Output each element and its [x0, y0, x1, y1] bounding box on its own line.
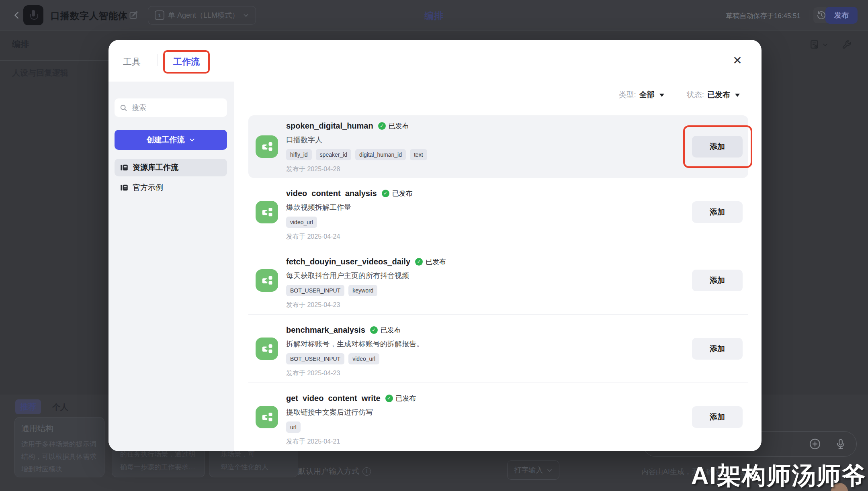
workflow-icon	[256, 135, 278, 158]
workflow-description: 口播数字人	[286, 135, 612, 144]
chevron-down-icon	[547, 467, 553, 473]
status-filter[interactable]: 状态: 已发布	[687, 90, 740, 100]
autosave-status: 草稿自动保存于16:45:51	[726, 11, 800, 20]
workflow-status-badge: ✓ 已发布	[378, 121, 409, 131]
check-icon: ✓	[370, 326, 378, 334]
workflow-publish-date: 发布于 2025-04-24	[286, 233, 612, 241]
card-title: 通用结构	[21, 423, 98, 434]
watermark: AI架构师汤师爷	[691, 460, 866, 491]
workflow-status-badge: ✓ 已发布	[385, 394, 416, 403]
persona-section-label: 人设与回复逻辑	[12, 68, 68, 78]
create-workflow-label: 创建工作流	[147, 135, 185, 145]
search-icon	[119, 104, 128, 112]
add-workflow-button[interactable]: 添加	[692, 270, 743, 291]
add-workflow-button[interactable]: 添加	[692, 136, 743, 158]
workflow-name: fetch_douyin_user_videos_daily	[286, 257, 410, 266]
tab-workflow[interactable]: 工作流	[173, 56, 200, 68]
workflow-row: spoken_digital_human ✓ 已发布 口播数字人 hifly_i…	[248, 115, 748, 178]
workflow-icon	[256, 338, 278, 360]
workflow-name: video_content_analysis	[286, 189, 377, 198]
workflow-tag: video_url	[348, 353, 379, 364]
workflow-row: video_content_analysis ✓ 已发布 爆款视频拆解工作量 v…	[248, 178, 748, 246]
workflow-tag: url	[286, 421, 301, 433]
publish-button[interactable]: 发布	[825, 7, 858, 24]
filter-label: 状态:	[687, 90, 704, 100]
template-card-general[interactable]: 通用结构 适用于多种场景的提示词结构，可以根据具体需求增删对应模块	[14, 417, 104, 477]
add-workflow-button[interactable]: 添加	[692, 201, 743, 223]
tab-tools[interactable]: 工具	[123, 56, 141, 68]
add-attachment-icon[interactable]	[809, 438, 821, 450]
card-description: 的任务执行场景，通过明 确每一步骤的工作要求…	[120, 448, 195, 474]
input-method-select[interactable]: 打字输入	[507, 460, 559, 480]
tab-personal[interactable]: 个人	[52, 402, 68, 413]
preview-settings-button[interactable]	[809, 39, 828, 50]
workflow-status-badge: ✓ 已发布	[370, 325, 401, 335]
filter-value: 已发布	[707, 90, 730, 100]
card-description: 适用于多种场景的提示词结构，可以根据具体需求增删对应模块	[21, 438, 98, 475]
workflow-tags: video_url	[286, 217, 612, 228]
workflow-tag: BOT_USER_INPUT	[286, 285, 344, 296]
workflow-info: get_video_content_write ✓ 已发布 提取链接中文案后进行…	[286, 393, 612, 446]
workflow-name: get_video_content_write	[286, 394, 381, 403]
workflow-info: fetch_douyin_user_videos_daily ✓ 已发布 每天获…	[286, 257, 612, 309]
workflow-tags: BOT_USER_INPUTvideo_url	[286, 353, 612, 364]
type-filter[interactable]: 类型: 全部	[618, 90, 664, 100]
workflow-description: 爆款视频拆解工作量	[286, 203, 612, 211]
workflow-tag: video_url	[286, 217, 317, 228]
workflow-info: spoken_digital_human ✓ 已发布 口播数字人 hifly_i…	[286, 121, 612, 174]
tab-recommended[interactable]: 推荐	[15, 399, 41, 414]
workflow-publish-date: 发布于 2025-04-23	[286, 369, 612, 378]
divider	[828, 439, 828, 449]
input-method-value: 打字输入	[514, 465, 543, 475]
add-workflow-button[interactable]: 添加	[692, 338, 743, 360]
workflow-status-badge: ✓ 已发布	[415, 257, 446, 266]
modal-sidebar: 创建工作流 资源库工作流 官方示例	[108, 82, 234, 451]
check-icon: ✓	[385, 395, 393, 402]
workflow-filters: 类型: 全部 状态: 已发布	[618, 90, 740, 100]
workflow-status: 已发布	[389, 121, 409, 131]
library-icon	[120, 183, 129, 192]
search-input[interactable]	[131, 103, 222, 113]
annotation-box-workflow-tab: 工作流	[163, 50, 210, 74]
divider	[158, 54, 158, 66]
workflow-tags: url	[286, 421, 612, 433]
workflow-status: 已发布	[381, 325, 401, 335]
workflow-status: 已发布	[392, 189, 413, 198]
workflow-tag: digital_human_id	[355, 149, 406, 160]
workflow-status: 已发布	[396, 394, 416, 403]
sidebar-item-label: 资源库工作流	[133, 162, 178, 173]
add-workflow-button[interactable]: 添加	[692, 406, 743, 428]
microphone-icon[interactable]	[835, 438, 847, 450]
workflow-tags: hifly_idspeaker_iddigital_human_idtext	[286, 149, 612, 160]
workflow-search[interactable]	[115, 98, 227, 117]
workflow-list: spoken_digital_human ✓ 已发布 口播数字人 hifly_i…	[248, 115, 748, 451]
default-input-method-label: 默认用户输入方式 i	[298, 466, 371, 477]
workflow-info: benchmark_analysis ✓ 已发布 拆解对标账号，生成对标账号的拆…	[286, 325, 612, 378]
info-icon: i	[362, 467, 371, 476]
document-gear-icon	[809, 39, 820, 50]
caret-down-icon	[735, 94, 740, 97]
divider	[0, 60, 108, 61]
close-icon[interactable]: ✕	[730, 53, 745, 68]
workflow-row: get_video_content_write ✓ 已发布 提取链接中文案后进行…	[248, 383, 748, 451]
workflow-publish-date: 发布于 2025-04-28	[286, 165, 612, 174]
workflow-tag: BOT_USER_INPUT	[286, 353, 344, 364]
workflow-publish-date: 发布于 2025-04-23	[286, 301, 612, 309]
workflow-icon	[256, 201, 278, 223]
workflow-tag: hifly_id	[286, 149, 312, 160]
debug-tools-button[interactable]	[842, 40, 852, 50]
chevron-down-icon	[189, 137, 195, 143]
workflow-tags: BOT_USER_INPUTkeyword	[286, 285, 612, 296]
workflow-tag: speaker_id	[316, 149, 352, 160]
workflow-tag: keyword	[348, 285, 377, 296]
sidebar-item-library-workflows[interactable]: 资源库工作流	[115, 159, 227, 176]
workflow-description: 提取链接中文案后进行仿写	[286, 407, 612, 416]
add-workflow-modal: 工具 工作流 ✕ 创建工作流 资源库工作流 官方示例 类型: 全部 状态:	[108, 40, 762, 451]
create-workflow-button[interactable]: 创建工作流	[115, 130, 227, 150]
check-icon: ✓	[382, 190, 389, 197]
divider	[809, 10, 809, 20]
wrench-icon	[842, 40, 852, 50]
history-clock-icon	[817, 10, 826, 20]
sidebar-item-official-examples[interactable]: 官方示例	[115, 179, 227, 196]
workflow-name: benchmark_analysis	[286, 325, 365, 335]
